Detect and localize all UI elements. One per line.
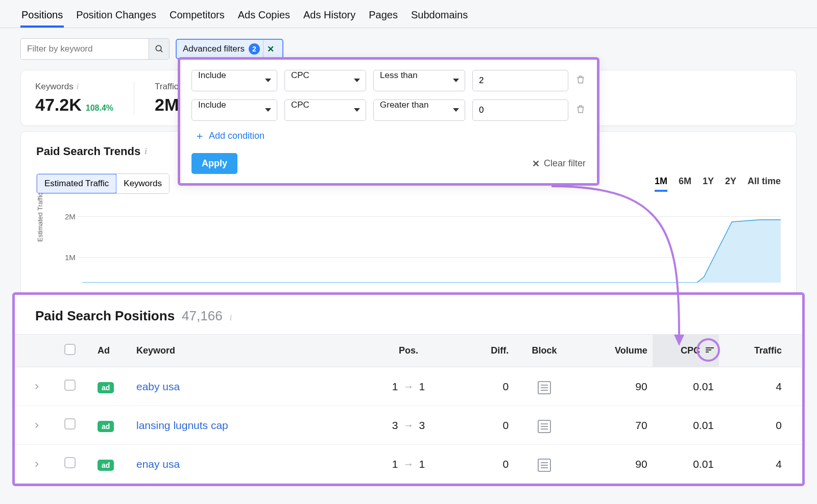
range-1m[interactable]: 1M: [655, 176, 667, 192]
advanced-filters-count: 2: [249, 43, 260, 55]
plus-icon: ＋: [195, 129, 205, 143]
toggle-keywords[interactable]: Keywords: [116, 174, 169, 193]
search-button[interactable]: [149, 39, 169, 59]
search-icon: [155, 44, 164, 54]
trash-icon: [575, 104, 586, 115]
toggle-estimated-traffic[interactable]: Estimated Traffic: [36, 173, 117, 194]
tab-position-changes[interactable]: Position Changes: [75, 9, 157, 28]
delete-condition-button[interactable]: [575, 74, 586, 87]
y-axis-label: Estimated Traffic: [36, 192, 44, 242]
metric-value: 47.2K: [35, 95, 82, 115]
close-icon[interactable]: ✕: [263, 40, 278, 58]
metric-toggle-group: Estimated Traffic Keywords: [36, 173, 170, 194]
condition-logic-select[interactable]: Include: [191, 99, 277, 121]
y-tick: 2M: [65, 212, 76, 221]
trends-title: Paid Search Trends: [36, 145, 140, 158]
info-icon[interactable]: i: [145, 147, 147, 156]
tab-positions[interactable]: Positions: [20, 9, 64, 28]
range-6m[interactable]: 6M: [679, 176, 691, 192]
filter-condition-row: Include CPC Less than: [191, 70, 586, 91]
y-tick: 1M: [65, 253, 76, 262]
advanced-filter-panel: Include CPC Less than Include CPC Greate…: [178, 57, 599, 186]
advanced-filters-label: Advanced filters: [183, 44, 245, 54]
condition-logic-select[interactable]: Include: [191, 70, 277, 91]
metric-value: 2M: [155, 95, 179, 115]
info-icon[interactable]: i: [230, 313, 232, 314]
metric-delta: 108.4%: [86, 104, 113, 113]
add-condition-label: Add condition: [209, 131, 265, 141]
range-all-time[interactable]: All time: [748, 176, 781, 192]
clear-filter-button[interactable]: ✕ Clear filter: [532, 158, 586, 169]
tab-ads-history[interactable]: Ads History: [302, 9, 356, 28]
svg-point-0: [156, 45, 161, 51]
metric-label: Traffic: [155, 82, 178, 92]
apply-button[interactable]: Apply: [191, 153, 237, 174]
traffic-chart: Estimated Traffic 2M 1M: [36, 211, 781, 283]
keyword-filter-input[interactable]: [21, 39, 149, 59]
advanced-filters-chip[interactable]: Advanced filters 2 ✕: [176, 39, 283, 59]
filter-condition-row: Include CPC Greater than: [191, 99, 586, 121]
trash-icon: [575, 74, 586, 85]
condition-operator-select[interactable]: Greater than: [373, 99, 465, 121]
close-icon: ✕: [532, 158, 540, 169]
tab-competitors[interactable]: Competitors: [169, 9, 226, 28]
time-range-group: 1M 6M 1Y 2Y All time: [655, 176, 781, 192]
table-title: Paid Search Positions: [35, 308, 175, 314]
delete-condition-button[interactable]: [575, 104, 586, 117]
tab-ads-copies[interactable]: Ads Copies: [237, 9, 291, 28]
positions-table-card: Paid Search Positions 47,166 i Ad Keywor…: [12, 292, 805, 314]
range-1y[interactable]: 1Y: [703, 176, 714, 192]
metric-keywords: Keywordsi 47.2K108.4%: [35, 82, 134, 115]
svg-line-1: [160, 50, 162, 52]
condition-field-select[interactable]: CPC: [284, 99, 366, 121]
tab-subdomains[interactable]: Subdomains: [410, 9, 469, 28]
condition-value-input[interactable]: [472, 70, 568, 91]
tab-bar: Positions Position Changes Competitors A…: [0, 0, 817, 28]
add-condition-button[interactable]: ＋ Add condition: [195, 129, 586, 143]
info-icon[interactable]: i: [77, 82, 79, 91]
clear-filter-label: Clear filter: [544, 158, 586, 169]
metric-label: Keywords: [35, 82, 74, 92]
range-2y[interactable]: 2Y: [725, 176, 736, 192]
tab-pages[interactable]: Pages: [368, 9, 399, 28]
condition-field-select[interactable]: CPC: [284, 70, 366, 91]
condition-value-input[interactable]: [472, 99, 568, 121]
table-count: 47,166: [182, 308, 223, 314]
filter-input-wrapper: [20, 38, 170, 60]
condition-operator-select[interactable]: Less than: [373, 70, 465, 91]
